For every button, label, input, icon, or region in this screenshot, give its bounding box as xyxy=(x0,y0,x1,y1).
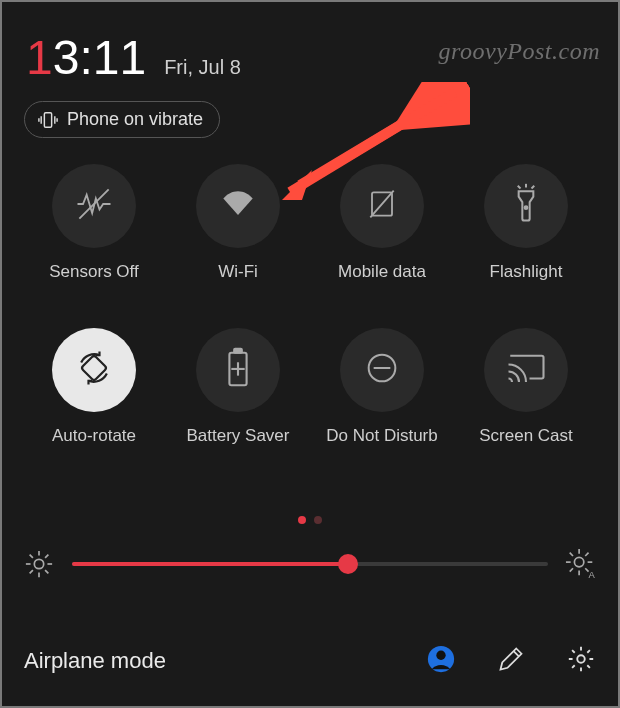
flashlight-icon xyxy=(507,182,545,230)
svg-line-32 xyxy=(585,553,588,556)
tile-auto-rotate-label: Auto-rotate xyxy=(52,426,136,446)
svg-line-22 xyxy=(30,570,33,573)
bottom-icons xyxy=(424,644,598,678)
tile-auto-rotate[interactable]: Auto-rotate xyxy=(22,328,166,446)
page-dot-1 xyxy=(298,516,306,524)
clock-hours-accent: 1 xyxy=(26,31,53,84)
tile-battery-saver-label: Battery Saver xyxy=(187,426,290,446)
page-dot-2 xyxy=(314,516,322,524)
edit-button[interactable] xyxy=(494,644,528,678)
clock-rest: 3:11 xyxy=(53,31,146,84)
watermark-text: groovyPost.com xyxy=(439,38,600,65)
tile-auto-rotate-button[interactable] xyxy=(52,328,136,412)
svg-point-24 xyxy=(574,557,583,566)
tile-flashlight[interactable]: Flashlight xyxy=(454,164,598,282)
tile-screen-cast-button[interactable] xyxy=(484,328,568,412)
svg-line-29 xyxy=(570,553,573,556)
svg-line-20 xyxy=(30,555,33,558)
wifi-icon xyxy=(216,182,260,230)
do-not-disturb-icon xyxy=(362,348,402,392)
brightness-track-fill xyxy=(72,562,348,566)
gear-icon xyxy=(566,644,596,678)
tile-flashlight-button[interactable] xyxy=(484,164,568,248)
tiles-grid: Sensors Off Wi-Fi M xyxy=(0,138,620,446)
page-indicator[interactable] xyxy=(0,516,620,524)
tile-do-not-disturb-button[interactable] xyxy=(340,328,424,412)
svg-point-35 xyxy=(436,651,445,660)
mobile-data-off-icon xyxy=(362,184,402,228)
brightness-low-icon xyxy=(22,549,56,579)
svg-line-23 xyxy=(45,555,48,558)
auto-rotate-icon xyxy=(72,346,116,394)
brightness-auto-icon[interactable]: A xyxy=(564,548,598,580)
ringer-mode-pill[interactable]: Phone on vibrate xyxy=(24,101,220,138)
svg-rect-0 xyxy=(44,112,51,127)
svg-rect-10 xyxy=(234,349,242,353)
tile-do-not-disturb[interactable]: Do Not Disturb xyxy=(310,328,454,446)
tile-sensors-off-button[interactable] xyxy=(52,164,136,248)
sensors-off-icon xyxy=(72,182,116,230)
airplane-mode-label[interactable]: Airplane mode xyxy=(24,648,424,674)
user-icon xyxy=(426,644,456,678)
quick-settings-panel: 13:11 Fri, Jul 8 groovyPost.com Phone on… xyxy=(0,0,620,708)
date-label: Fri, Jul 8 xyxy=(164,56,241,79)
svg-line-5 xyxy=(518,186,521,189)
battery-saver-icon xyxy=(222,347,254,393)
ringer-mode-label: Phone on vibrate xyxy=(67,109,203,130)
user-button[interactable] xyxy=(424,644,458,678)
tile-screen-cast-label: Screen Cast xyxy=(479,426,573,446)
brightness-row: A xyxy=(0,524,620,582)
tile-wifi-label: Wi-Fi xyxy=(218,262,258,282)
brightness-thumb[interactable] xyxy=(338,554,358,574)
vibrate-icon xyxy=(37,110,59,130)
tile-wifi[interactable]: Wi-Fi xyxy=(166,164,310,282)
bottom-bar: Airplane mode xyxy=(0,618,620,708)
screen-cast-icon xyxy=(505,350,547,390)
tile-wifi-button[interactable] xyxy=(196,164,280,248)
tile-screen-cast[interactable]: Screen Cast xyxy=(454,328,598,446)
tile-flashlight-label: Flashlight xyxy=(490,262,563,282)
clock: 13:11 xyxy=(26,30,146,85)
svg-text:A: A xyxy=(589,569,596,580)
pencil-icon xyxy=(497,645,525,677)
tile-battery-saver-button[interactable] xyxy=(196,328,280,412)
svg-point-15 xyxy=(34,559,43,568)
svg-line-36 xyxy=(514,651,519,656)
tile-mobile-data-label: Mobile data xyxy=(338,262,426,282)
tile-mobile-data-button[interactable] xyxy=(340,164,424,248)
tile-sensors-off[interactable]: Sensors Off xyxy=(22,164,166,282)
tile-battery-saver[interactable]: Battery Saver xyxy=(166,328,310,446)
tile-sensors-off-label: Sensors Off xyxy=(49,262,138,282)
tile-do-not-disturb-label: Do Not Disturb xyxy=(326,426,437,446)
settings-button[interactable] xyxy=(564,644,598,678)
svg-line-3 xyxy=(370,191,393,218)
svg-line-31 xyxy=(570,568,573,571)
svg-line-6 xyxy=(532,186,535,189)
tile-mobile-data[interactable]: Mobile data xyxy=(310,164,454,282)
svg-point-7 xyxy=(525,206,528,209)
svg-point-37 xyxy=(577,655,585,663)
brightness-slider[interactable] xyxy=(72,546,548,582)
svg-line-21 xyxy=(45,570,48,573)
